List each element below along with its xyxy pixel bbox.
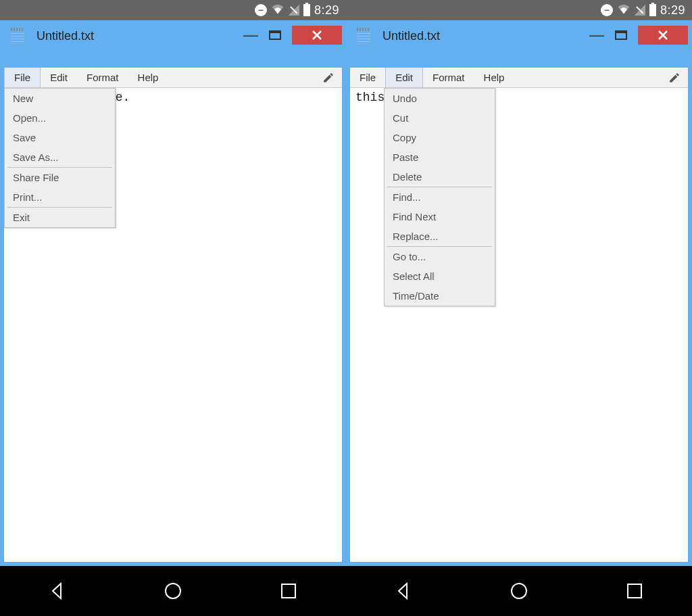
file-menu-print[interactable]: Print... — [5, 187, 115, 207]
window-controls: — — [589, 26, 688, 45]
file-menu-new[interactable]: New — [5, 89, 115, 108]
close-button[interactable] — [292, 26, 342, 45]
dnd-icon: − — [601, 4, 613, 16]
battery-icon — [649, 4, 656, 16]
file-menu-dropdown: New Open... Save Save As... Share File P… — [4, 88, 116, 228]
titlebar[interactable]: Untitled.txt — — [350, 24, 688, 47]
edit-menu-goto[interactable]: Go to... — [385, 247, 495, 266]
wifi-icon — [617, 3, 631, 18]
menubar: File Edit Format Help New Open... Save S… — [4, 68, 342, 88]
edit-menu-replace[interactable]: Replace... — [385, 227, 495, 246]
signal-icon — [635, 5, 645, 16]
svg-point-6 — [512, 584, 526, 598]
file-menu-save[interactable]: Save — [5, 128, 115, 147]
nav-home-button[interactable] — [509, 581, 529, 601]
svg-rect-3 — [616, 31, 626, 33]
menu-help[interactable]: Help — [128, 68, 168, 87]
edit-menu-find[interactable]: Find... — [385, 187, 495, 207]
svg-point-4 — [166, 584, 180, 598]
close-button[interactable] — [638, 26, 688, 45]
svg-rect-5 — [282, 584, 295, 598]
menu-file[interactable]: File — [4, 68, 41, 87]
window-title: Untitled.txt — [36, 29, 94, 43]
file-menu-share[interactable]: Share File — [5, 168, 115, 187]
battery-icon — [303, 4, 310, 16]
edit-menu-dropdown: Undo Cut Copy Paste Delete Find... Find … — [384, 88, 495, 306]
status-bar: − 8:29 — [346, 0, 692, 20]
edit-menu-timedate[interactable]: Time/Date — [385, 286, 495, 306]
edit-menu-copy[interactable]: Copy — [385, 128, 495, 147]
dnd-icon: − — [255, 4, 267, 16]
edit-pencil-button[interactable] — [665, 68, 684, 87]
nav-back-button[interactable] — [393, 581, 414, 601]
maximize-button[interactable] — [269, 26, 281, 44]
nav-recent-button[interactable] — [624, 581, 645, 601]
app-body: File Edit Format Help Undo Cut Copy Past… — [350, 68, 688, 562]
menubar: File Edit Format Help Undo Cut Copy Past… — [350, 68, 688, 88]
app-body: File Edit Format Help New Open... Save S… — [4, 68, 342, 562]
wifi-icon — [271, 3, 285, 18]
edit-pencil-button[interactable] — [319, 68, 338, 87]
status-bar: − 8:29 — [0, 0, 346, 20]
pane-left-file-menu: − 8:29 Untitled.txt — — [0, 0, 346, 566]
file-menu-save-as[interactable]: Save As... — [5, 147, 115, 167]
pane-right-edit-menu: − 8:29 Untitled.txt — — [346, 0, 692, 566]
menu-file[interactable]: File — [350, 68, 385, 87]
nav-recent-button[interactable] — [278, 581, 299, 601]
nav-back-button[interactable] — [47, 581, 68, 601]
file-menu-exit[interactable]: Exit — [5, 208, 115, 227]
window-title: Untitled.txt — [382, 29, 440, 43]
menu-help[interactable]: Help — [474, 68, 514, 87]
edit-menu-cut[interactable]: Cut — [385, 108, 495, 128]
status-time: 8:29 — [314, 3, 339, 18]
signal-icon — [289, 5, 299, 16]
notepad-icon — [11, 28, 24, 44]
window-controls: — — [243, 26, 342, 45]
edit-menu-select-all[interactable]: Select All — [385, 266, 495, 286]
android-navbar — [0, 566, 692, 616]
edit-menu-delete[interactable]: Delete — [385, 167, 495, 187]
nav-home-button[interactable] — [163, 581, 183, 601]
edit-menu-paste[interactable]: Paste — [385, 147, 495, 167]
titlebar[interactable]: Untitled.txt — — [4, 24, 342, 47]
window-frame: Untitled.txt — File Edit Format Help — [346, 20, 692, 566]
status-time: 8:29 — [660, 3, 685, 18]
edit-menu-undo[interactable]: Undo — [385, 89, 495, 108]
menu-edit[interactable]: Edit — [41, 68, 77, 87]
minimize-button[interactable]: — — [243, 26, 258, 44]
edit-menu-find-next[interactable]: Find Next — [385, 207, 495, 227]
maximize-button[interactable] — [615, 26, 627, 44]
window-frame: Untitled.txt — File Edit Format Help — [0, 20, 346, 566]
svg-rect-7 — [628, 584, 641, 598]
menu-edit[interactable]: Edit — [385, 68, 423, 87]
notepad-icon — [357, 28, 370, 44]
svg-rect-1 — [270, 31, 280, 33]
menu-format[interactable]: Format — [77, 68, 128, 87]
editor-visible-text: this — [355, 91, 385, 104]
file-menu-open[interactable]: Open... — [5, 108, 115, 128]
menu-format[interactable]: Format — [423, 68, 474, 87]
minimize-button[interactable]: — — [589, 26, 604, 44]
